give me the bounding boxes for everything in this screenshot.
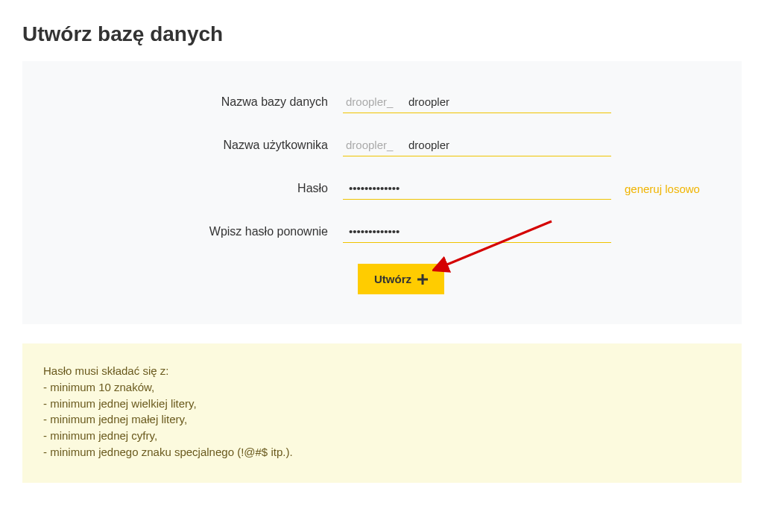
- label-password-confirm: Wpisz hasło ponownie: [45, 225, 343, 238]
- create-button[interactable]: Utwórz: [358, 264, 444, 294]
- hints-item: - minimum jednego znaku specjalnego (!@#…: [43, 444, 721, 460]
- username-input[interactable]: [402, 134, 611, 156]
- cell-password-confirm: [343, 221, 611, 243]
- password-confirm-input[interactable]: [343, 221, 611, 243]
- row-password-confirm: Wpisz hasło ponownie: [45, 221, 719, 243]
- dbname-input[interactable]: [402, 91, 611, 113]
- hints-item: - minimum jednej małej litery,: [43, 411, 721, 428]
- hints-item: - minimum jednej cyfry,: [43, 428, 721, 444]
- label-username: Nazwa użytkownika: [45, 139, 343, 152]
- submit-row: Utwórz: [45, 264, 719, 294]
- create-db-form: Nazwa bazy danych droopler_ Nazwa użytko…: [22, 61, 742, 324]
- password-input[interactable]: [343, 177, 611, 200]
- label-password: Hasło: [45, 182, 343, 195]
- row-password: Hasło generuj losowo: [45, 177, 719, 200]
- label-dbname: Nazwa bazy danych: [45, 95, 343, 109]
- row-dbname: Nazwa bazy danych droopler_: [45, 91, 719, 113]
- svg-rect-1: [417, 278, 428, 280]
- create-button-label: Utwórz: [374, 273, 411, 285]
- page-title: Utwórz bazę danych: [22, 22, 742, 46]
- generate-password-link[interactable]: generuj losowo: [625, 183, 700, 195]
- cell-dbname: droopler_: [343, 91, 611, 113]
- hints-item: - minimum jednej wielkiej litery,: [43, 396, 721, 412]
- row-username: Nazwa użytkownika droopler_: [45, 134, 719, 156]
- dbname-prefix: droopler_: [343, 91, 402, 113]
- cell-username: droopler_: [343, 134, 611, 156]
- username-prefix: droopler_: [343, 134, 402, 156]
- plus-icon: [417, 274, 428, 285]
- password-requirements: Hasło musi składać się z: - minimum 10 z…: [22, 343, 742, 483]
- cell-password: generuj losowo: [343, 177, 700, 200]
- hints-item: - minimum 10 znaków,: [43, 379, 721, 396]
- hints-heading: Hasło musi składać się z:: [43, 363, 721, 379]
